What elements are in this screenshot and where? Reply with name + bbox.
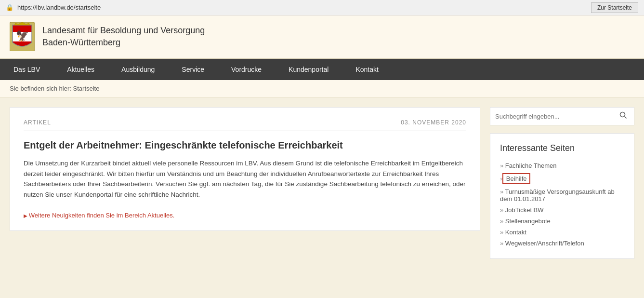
search-box xyxy=(490,107,634,125)
svg-point-6 xyxy=(620,112,625,117)
nav-item-das-lbv[interactable]: Das LBV xyxy=(0,59,53,80)
article-meta: ARTIKEL 03. NOVEMBER 2020 xyxy=(24,119,466,131)
breadcrumb: Sie befinden sich hier: Startseite xyxy=(0,80,644,97)
list-item: JobTicket BW xyxy=(500,204,624,216)
nav-item-ausbildung[interactable]: Ausbildung xyxy=(108,59,168,80)
list-item: Wegweiser/Anschrift/Telefon xyxy=(500,238,624,249)
zur-startseite-button[interactable]: Zur Startseite xyxy=(591,2,638,13)
search-button[interactable] xyxy=(618,110,629,122)
link-fachliche-themen[interactable]: Fachliche Themen xyxy=(505,162,557,169)
nav-item-vordrucke[interactable]: Vordrucke xyxy=(218,59,275,80)
coat-of-arms-logo: 🦅 xyxy=(10,22,35,51)
list-item: Stellenangebote xyxy=(500,216,624,227)
article-more-link[interactable]: Weitere Neuigkeiten finden Sie im Bereic… xyxy=(24,212,174,219)
browser-url: https://lbv.landbw.de/startseite xyxy=(17,4,587,11)
article-card: ARTIKEL 03. NOVEMBER 2020 Entgelt der Ar… xyxy=(10,107,480,231)
link-stellenangebote[interactable]: Stellenangebote xyxy=(505,217,551,225)
main-content: ARTIKEL 03. NOVEMBER 2020 Entgelt der Ar… xyxy=(0,97,644,269)
link-beihilfe[interactable]: Beihilfe xyxy=(506,175,527,182)
link-jobticket[interactable]: JobTicket BW xyxy=(505,206,544,214)
svg-text:🦅: 🦅 xyxy=(16,29,29,42)
beihilfe-highlighted: Beihilfe xyxy=(502,173,531,184)
browser-bar: 🔒 https://lbv.landbw.de/startseite Zur S… xyxy=(0,0,644,15)
interesting-pages-list: Fachliche Themen Beihilfe Turnusmäßige V… xyxy=(500,160,624,249)
lock-icon: 🔒 xyxy=(6,4,13,11)
article-type-label: ARTIKEL xyxy=(24,119,51,126)
main-nav: Das LBV Aktuelles Ausbildung Service Vor… xyxy=(0,59,644,80)
interesting-pages-card: Interessante Seiten Fachliche Themen Bei… xyxy=(490,133,634,259)
breadcrumb-link-startseite[interactable]: Startseite xyxy=(73,85,100,92)
search-icon xyxy=(619,111,627,119)
svg-line-7 xyxy=(625,117,627,119)
nav-item-kundenportal[interactable]: Kundenportal xyxy=(275,59,342,80)
nav-item-kontakt[interactable]: Kontakt xyxy=(342,59,392,80)
list-item: Turnusmäßige Versorgungsauskunft ab dem … xyxy=(500,186,624,204)
link-wegweiser[interactable]: Wegweiser/Anschrift/Telefon xyxy=(505,240,584,247)
nav-item-aktuelles[interactable]: Aktuelles xyxy=(53,59,108,80)
list-item-beihilfe: Beihilfe xyxy=(500,171,624,186)
search-input[interactable] xyxy=(495,113,618,120)
list-item: Fachliche Themen xyxy=(500,160,624,171)
sidebar: Interessante Seiten Fachliche Themen Bei… xyxy=(490,107,634,259)
article-date: 03. NOVEMBER 2020 xyxy=(401,119,466,126)
nav-item-service[interactable]: Service xyxy=(168,59,218,80)
list-item: Kontakt xyxy=(500,227,624,238)
interesting-pages-title: Interessante Seiten xyxy=(500,143,624,153)
site-title-block: Landesamt für Besoldung und Versorgung B… xyxy=(42,25,205,49)
article-body: Die Umsetzung der Kurzarbeit bindet aktu… xyxy=(24,158,466,200)
article-area: ARTIKEL 03. NOVEMBER 2020 Entgelt der Ar… xyxy=(10,107,480,259)
site-header: 🦅 Landesamt für Besoldung und Versorgung… xyxy=(0,15,644,59)
link-kontakt[interactable]: Kontakt xyxy=(505,229,526,236)
link-versorgungsauskunft[interactable]: Turnusmäßige Versorgungsauskunft ab dem … xyxy=(500,188,615,203)
site-title: Landesamt für Besoldung und Versorgung B… xyxy=(42,25,205,49)
article-title: Entgelt der Arbeitnehmer: Eingeschränkte… xyxy=(24,139,466,151)
